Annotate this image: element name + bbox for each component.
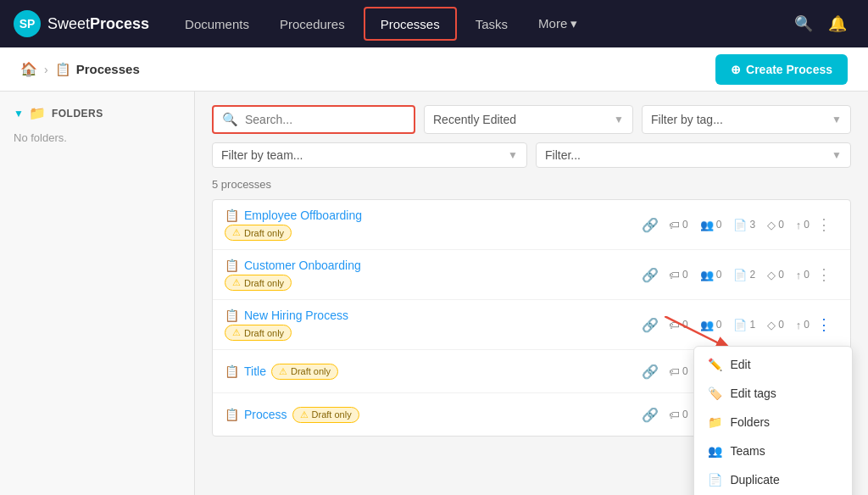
process-count: 5 processes bbox=[212, 178, 851, 191]
link-icon[interactable]: 🔗 bbox=[642, 217, 659, 233]
process-stats: 🏷0 👥0 📄1 ◇0 ↑0 bbox=[669, 319, 810, 331]
more-options-button[interactable]: ⋮ bbox=[810, 262, 838, 287]
filters-row-1: 🔍 Recently Edited ▼ Filter by tag... ▼ bbox=[212, 105, 851, 134]
link-icon[interactable]: 🔗 bbox=[642, 267, 659, 283]
nav-documents[interactable]: Documents bbox=[170, 0, 264, 47]
filter-by-tag-dropdown[interactable]: Filter by tag... ▼ bbox=[642, 105, 851, 134]
tag-icon: 🏷 bbox=[669, 409, 680, 421]
process-name-link[interactable]: Title bbox=[244, 364, 266, 378]
process-name-link[interactable]: Process bbox=[244, 408, 287, 421]
more-options-button[interactable]: ⋮ bbox=[810, 212, 838, 237]
link-icon[interactable]: 🔗 bbox=[642, 364, 659, 380]
file-icon: 📄 bbox=[733, 319, 747, 331]
table-row: 📋 New Hiring Process ⚠ Draft only 🔗 🏷0 👥… bbox=[213, 300, 850, 350]
team-icon: 👥 bbox=[700, 319, 714, 331]
menu-duplicate-label: Duplicate bbox=[730, 473, 779, 487]
recently-edited-label: Recently Edited bbox=[433, 113, 516, 126]
nav-processes[interactable]: Processes bbox=[364, 7, 457, 41]
process-name-row: 📋 New Hiring Process bbox=[225, 309, 642, 322]
folder-toggle-icon[interactable]: ▼ bbox=[14, 108, 24, 120]
nav-more[interactable]: More ▾ bbox=[523, 0, 593, 47]
content-area: 🔍 Recently Edited ▼ Filter by tag... ▼ F… bbox=[195, 92, 868, 495]
menu-item-teams[interactable]: 👥 Teams bbox=[694, 437, 852, 465]
draft-label: Draft only bbox=[244, 278, 284, 288]
nav-procedures[interactable]: Procedures bbox=[264, 0, 360, 47]
search-box[interactable]: 🔍 bbox=[212, 105, 415, 134]
doc-icon: 📋 bbox=[225, 408, 239, 421]
diamond-icon: ◇ bbox=[767, 219, 776, 231]
tag-icon: 🏷 bbox=[669, 319, 680, 331]
notification-icon[interactable]: 🔔 bbox=[821, 7, 854, 41]
recently-edited-dropdown[interactable]: Recently Edited ▼ bbox=[424, 105, 633, 134]
menu-folders-label: Folders bbox=[730, 415, 770, 429]
home-icon[interactable]: 🏠 bbox=[20, 61, 37, 77]
folder-icon: 📁 bbox=[708, 415, 721, 429]
tag-icon: 🏷 bbox=[669, 219, 680, 231]
nav-tasks[interactable]: Tasks bbox=[460, 0, 523, 47]
team-icon: 👥 bbox=[700, 269, 714, 281]
process-name-col: 📋 Customer Onboarding ⚠ Draft only bbox=[225, 259, 642, 291]
stat-docs: 📄1 bbox=[733, 319, 755, 331]
logo[interactable]: SP SweetProcess bbox=[14, 10, 149, 37]
filter-dropdown[interactable]: Filter... ▼ bbox=[536, 142, 851, 168]
link-icon[interactable]: 🔗 bbox=[642, 407, 659, 423]
file-icon: 📄 bbox=[733, 269, 747, 281]
filter-by-team-dropdown[interactable]: Filter by team... ▼ bbox=[212, 142, 527, 168]
draft-badge: ⚠ Draft only bbox=[292, 407, 359, 423]
stat-links: 🏷0 bbox=[669, 219, 688, 231]
menu-edit-tags-label: Edit tags bbox=[730, 387, 776, 400]
stat-arrows: ↑0 bbox=[796, 269, 810, 281]
menu-item-edit[interactable]: ✏️ Edit bbox=[694, 350, 852, 379]
search-nav-icon[interactable]: 🔍 bbox=[787, 7, 821, 41]
breadcrumb-page: 📋 Processes bbox=[55, 62, 140, 77]
stat-arrows: ↑0 bbox=[796, 319, 810, 331]
draft-badge: ⚠ Draft only bbox=[225, 325, 292, 341]
stat-arrows: ↑0 bbox=[796, 219, 810, 231]
arrow-icon: ↑ bbox=[796, 319, 802, 331]
teams-icon: 👥 bbox=[708, 444, 721, 458]
menu-item-folders[interactable]: 📁 Folders bbox=[694, 408, 852, 437]
no-folders-text: No folders. bbox=[14, 128, 181, 147]
table-row: 📋 Employee Offboarding ⚠ Draft only 🔗 🏷0… bbox=[213, 200, 850, 250]
process-name-row: 📋 Customer Onboarding bbox=[225, 259, 642, 272]
create-process-button[interactable]: ⊕ Create Process bbox=[715, 54, 848, 85]
stat-links: 🏷0 bbox=[669, 365, 688, 378]
folders-label: FOLDERS bbox=[52, 108, 103, 120]
breadcrumb-separator: › bbox=[44, 63, 48, 76]
create-button-label: Create Process bbox=[746, 63, 832, 76]
link-icon[interactable]: 🔗 bbox=[642, 317, 659, 333]
breadcrumb: 🏠 › 📋 Processes bbox=[20, 61, 140, 77]
tag-icon: 🏷️ bbox=[708, 387, 721, 400]
process-name-row: 📋 Title ⚠ Draft only bbox=[225, 364, 642, 380]
menu-item-duplicate[interactable]: 📄 Duplicate bbox=[694, 465, 852, 494]
process-stats: 🏷0 👥0 📄2 ◇0 ↑0 bbox=[669, 269, 810, 281]
page-title: Processes bbox=[76, 62, 140, 76]
more-options-button[interactable]: ⋮ bbox=[810, 312, 838, 337]
menu-teams-label: Teams bbox=[730, 444, 765, 458]
stat-links: 🏷0 bbox=[669, 269, 688, 281]
page-icon: 📋 bbox=[55, 62, 71, 77]
stat-diamonds: ◇0 bbox=[767, 219, 784, 231]
filter-by-tag-label: Filter by tag... bbox=[651, 113, 723, 126]
warn-icon: ⚠ bbox=[232, 227, 241, 238]
warn-icon: ⚠ bbox=[232, 327, 241, 338]
logo-text: SweetProcess bbox=[47, 15, 149, 33]
context-menu: ✏️ Edit 🏷️ Edit tags 📁 Folders 👥 Teams 📄… bbox=[693, 346, 853, 495]
process-name-link[interactable]: Employee Offboarding bbox=[244, 209, 362, 222]
team-icon: 👥 bbox=[700, 219, 714, 231]
filter-team-chevron: ▼ bbox=[508, 149, 518, 161]
filter-by-team-label: Filter by team... bbox=[221, 148, 303, 162]
process-name-link[interactable]: New Hiring Process bbox=[244, 309, 348, 322]
stat-diamonds: ◇0 bbox=[767, 269, 784, 281]
stat-diamonds: ◇0 bbox=[767, 319, 784, 331]
process-name-link[interactable]: Customer Onboarding bbox=[244, 259, 361, 272]
warn-icon: ⚠ bbox=[232, 277, 241, 288]
filter-tag-chevron: ▼ bbox=[832, 114, 842, 125]
search-input[interactable] bbox=[245, 113, 405, 126]
filter-label: Filter... bbox=[545, 148, 581, 162]
plus-icon: ⊕ bbox=[731, 63, 741, 76]
menu-edit-label: Edit bbox=[730, 358, 750, 371]
process-name-col: 📋 Employee Offboarding ⚠ Draft only bbox=[225, 209, 642, 241]
sidebar: ▼ 📁 FOLDERS No folders. bbox=[0, 92, 195, 495]
menu-item-edit-tags[interactable]: 🏷️ Edit tags bbox=[694, 379, 852, 408]
